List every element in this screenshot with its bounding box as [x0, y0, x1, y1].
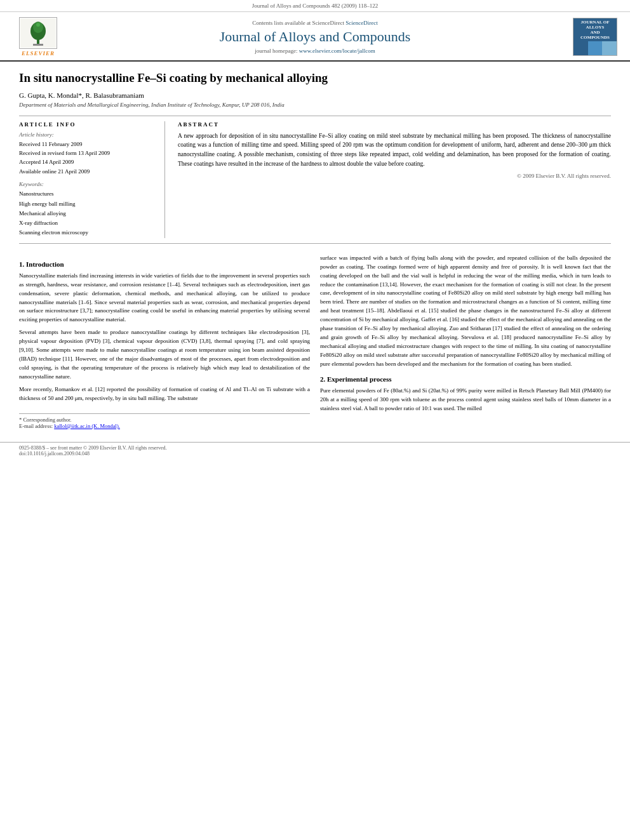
- article-history-label: Article history:: [19, 131, 156, 138]
- left-column: 1. Introduction Nanocrystalline material…: [19, 254, 310, 429]
- bottom-bar: 0925-8388/$ – see front matter © 2009 El…: [0, 442, 630, 459]
- journal-logo-box: JOURNAL OFALLOYSAND COMPOUNDS: [573, 18, 617, 56]
- info-section: ARTICLE INFO Article history: Received 1…: [19, 116, 611, 244]
- journal-logo-right: JOURNAL OFALLOYSAND COMPOUNDS: [566, 18, 617, 56]
- body-columns: 1. Introduction Nanocrystalline material…: [19, 254, 611, 429]
- doi-line: doi:10.1016/j.jallcom.2009.04.048: [19, 451, 611, 457]
- article-info-label: ARTICLE INFO: [19, 121, 156, 128]
- journal-homepage: journal homepage: www.elsevier.com/locat…: [64, 48, 566, 54]
- received-revised-date: Received in revised form 13 April 2009: [19, 149, 156, 157]
- affiliation: Department of Materials and Metallurgica…: [19, 102, 611, 108]
- journal-main-title: Journal of Alloys and Compounds: [64, 29, 566, 45]
- keywords-label: Keywords:: [19, 181, 156, 187]
- experimental-para-1: Pure elemental powders of Fe (80at.%) an…: [320, 387, 611, 413]
- keyword-4: X-ray diffraction: [19, 218, 156, 228]
- logo-top-text: JOURNAL OFALLOYSAND COMPOUNDS: [573, 18, 617, 41]
- keyword-2: High energy ball milling: [19, 199, 156, 209]
- homepage-link[interactable]: www.elsevier.com/locate/jallcom: [299, 48, 375, 54]
- elsevier-wordmark: ELSEVIER: [22, 50, 55, 57]
- footnote-star: * Corresponding author.: [19, 417, 310, 423]
- copyright: © 2009 Elsevier B.V. All rights reserved…: [178, 173, 611, 179]
- intro-para-1: Nanocrystalline materials find increasin…: [19, 272, 310, 325]
- article-title: In situ nanocrystalline Fe–Si coating by…: [19, 70, 611, 86]
- article-info-panel: ARTICLE INFO Article history: Received 1…: [19, 121, 165, 238]
- elsevier-logo: ELSEVIER: [13, 17, 64, 57]
- abstract-label: ABSTRACT: [178, 121, 611, 128]
- right-para-1: surface was impacted with a batch of fly…: [320, 254, 611, 369]
- logo-block-dark: [573, 41, 588, 55]
- intro-heading: 1. Introduction: [19, 260, 310, 268]
- svg-rect-4: [33, 44, 43, 46]
- elsevier-logo-image: [19, 17, 57, 49]
- footnote-area: * Corresponding author. E-mail address: …: [19, 413, 310, 429]
- logo-block-light: [602, 41, 617, 55]
- intro-para-2: Several attempts have been made to produ…: [19, 328, 310, 382]
- journal-title-block: Contents lists available at ScienceDirec…: [64, 20, 566, 54]
- sciencedirect-link[interactable]: ScienceDirect: [345, 20, 377, 26]
- email-link[interactable]: kallol@iitk.ac.in (K. Mondal).: [54, 423, 120, 429]
- intro-para-3: More recently, Romankov et al. [12] repo…: [19, 385, 310, 403]
- abstract-panel: ABSTRACT A new approach for deposition o…: [178, 121, 611, 238]
- issn-line: 0925-8388/$ – see front matter © 2009 El…: [19, 445, 611, 451]
- experimental-heading: 2. Experimental process: [320, 375, 611, 383]
- accepted-date: Accepted 14 April 2009: [19, 157, 156, 166]
- page: Journal of Alloys and Compounds 482 (200…: [0, 0, 630, 840]
- keyword-1: Nanostructures: [19, 189, 156, 199]
- received-date: Received 11 February 2009: [19, 140, 156, 149]
- svg-point-5: [36, 23, 40, 27]
- sciencedirect-line: Contents lists available at ScienceDirec…: [64, 20, 566, 26]
- authors: G. Gupta, K. Mondal*, R. Balasubramaniam: [19, 91, 611, 99]
- keyword-5: Scanning electron microscopy: [19, 228, 156, 237]
- logo-block-mid: [588, 41, 603, 55]
- right-column: surface was impacted with a batch of fly…: [320, 254, 611, 429]
- top-bar: Journal of Alloys and Compounds 482 (200…: [0, 0, 630, 12]
- keyword-3: Mechanical alloying: [19, 209, 156, 218]
- journal-citation: Journal of Alloys and Compounds 482 (200…: [252, 3, 378, 9]
- logo-color-blocks: [573, 41, 617, 55]
- journal-header: ELSEVIER Contents lists available at Sci…: [0, 12, 630, 62]
- footnote-email: E-mail address: kallol@iitk.ac.in (K. Mo…: [19, 423, 310, 429]
- main-content: In situ nanocrystalline Fe–Si coating by…: [0, 62, 630, 438]
- abstract-text: A new approach for deposition of in situ…: [178, 131, 611, 169]
- available-date: Available online 21 April 2009: [19, 167, 156, 176]
